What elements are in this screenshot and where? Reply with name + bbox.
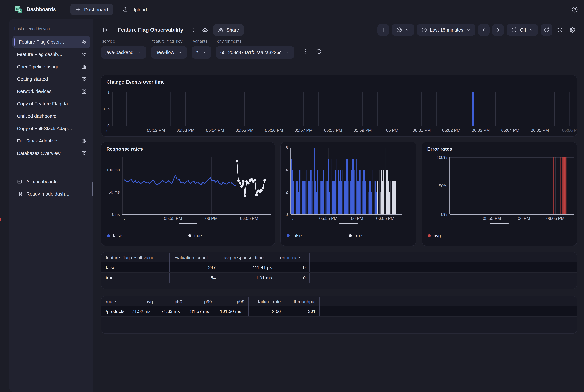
layout-icon	[81, 89, 87, 94]
tab-dashboard[interactable]: Dashboard	[70, 4, 113, 15]
table-header-cell[interactable]: feature_flag.result.value	[101, 254, 170, 262]
filter-value-dropdown[interactable]: new-flow	[151, 46, 187, 58]
time-range-picker[interactable]: Last 15 minutes	[416, 24, 475, 36]
share-button[interactable]: Share	[213, 24, 244, 36]
change-events-chart[interactable]: 00.5105:52 PM05:53 PM05:54 PM05:55 PM05:…	[101, 75, 577, 136]
sidebar-item[interactable]: Full-Stack Adaptive…	[12, 135, 90, 147]
brand[interactable]: Dashboards	[14, 5, 56, 14]
zoom-handle[interactable]	[179, 223, 197, 224]
filter-group: servicejava-backend	[101, 39, 146, 58]
sidebar-scrollbar-thumb[interactable]	[92, 182, 93, 196]
cloud-check-icon	[202, 27, 208, 33]
chevron-right-icon	[495, 27, 501, 33]
legend-label: true	[194, 233, 202, 238]
sidebar-item[interactable]: Ready-made dash…	[9, 188, 93, 200]
filter-group: environments651209c374a1f02aa2a3226c	[216, 39, 294, 58]
evaluation-counts-chart[interactable]: 024605:55 PM06 PM06:05 PM←→	[281, 142, 416, 246]
filter-extra	[300, 46, 324, 56]
svg-text:05:56 PM: 05:56 PM	[265, 128, 283, 133]
edge-notification-marker[interactable]	[0, 218, 1, 221]
sidebar-item[interactable]: Network devices	[12, 85, 90, 98]
table-header-cell[interactable]: route	[101, 297, 128, 306]
table-filler	[310, 254, 577, 262]
variables-dropdown[interactable]	[392, 24, 414, 36]
layout-icon	[81, 138, 87, 144]
filter-group: variants*	[192, 39, 211, 58]
table-header-cell[interactable]: avg_response_time	[220, 254, 276, 262]
add-panel-button[interactable]	[377, 24, 389, 36]
upload-label: Upload	[132, 7, 147, 12]
table-row[interactable]: true541.01 ms0	[101, 272, 577, 283]
filter-value-dropdown[interactable]: java-backend	[101, 46, 146, 58]
svg-text:→: →	[409, 216, 414, 221]
table-row[interactable]: /products71.52 ms71.63 ms81.57 ms101.30 …	[101, 306, 577, 316]
table-header-cell[interactable]: p50	[157, 297, 186, 306]
table-header-cell[interactable]: throughput	[285, 297, 320, 306]
chevron-down-icon	[529, 28, 534, 32]
sidebar-item[interactable]: Copy of Feature Flag da…	[12, 98, 90, 110]
time-forward-button[interactable]	[492, 24, 504, 36]
sidebar-item[interactable]: Getting started	[12, 73, 90, 85]
table-header-cell[interactable]: evaluation_count	[170, 254, 220, 262]
legend-item[interactable]: avg	[428, 233, 441, 238]
table-header-cell[interactable]: p90	[186, 297, 216, 306]
collection-icon	[17, 179, 22, 184]
error-rates-chart[interactable]: 0%50%100%05:55 PM06 PM06:05 PM←→	[422, 142, 577, 246]
plus-icon	[380, 27, 386, 33]
svg-text:05:59 PM: 05:59 PM	[354, 128, 372, 133]
routes-table: routeavgp50p90p99failure_ratethroughput/…	[101, 297, 577, 316]
sidebar-divider	[14, 170, 88, 170]
svg-text:100 ms: 100 ms	[106, 168, 120, 172]
table-cell: 71.63 ms	[157, 306, 186, 316]
legend-item[interactable]: false	[107, 233, 188, 238]
legend-item[interactable]: false	[287, 233, 349, 238]
filter-group: feature_flag_keynew-flow	[151, 39, 187, 58]
table-header-cell[interactable]: failure_rate	[248, 297, 285, 306]
legend-item[interactable]: true	[188, 233, 270, 238]
auto-refresh-picker[interactable]: Off	[506, 24, 538, 36]
filter-value-dropdown[interactable]: 651209c374a1f02aa2a3226c	[216, 46, 294, 58]
help-button[interactable]	[571, 6, 578, 13]
svg-text:06 PM: 06 PM	[518, 216, 530, 221]
time-back-button[interactable]	[478, 24, 490, 36]
response-rates-panel: Response rates 0 ns50 ms100 ms05:55 PM06…	[101, 142, 275, 246]
refresh-button[interactable]	[541, 24, 552, 36]
filters-info-button[interactable]	[314, 46, 324, 56]
table-cell: false	[101, 262, 170, 272]
legend-item[interactable]: true	[349, 233, 411, 238]
legend-dot	[188, 234, 191, 237]
sidebar-item[interactable]: All dashboards	[9, 175, 93, 188]
sidebar-item[interactable]: Copy of Full-Stack Adap…	[12, 122, 90, 135]
sidebar-item[interactable]: Untitled dashboard	[12, 110, 90, 122]
svg-text:05:55 PM: 05:55 PM	[319, 216, 338, 221]
sidebar-item[interactable]: Feature Flag Obser…	[12, 36, 90, 48]
sidebar-item[interactable]: Feature Flag dashb…	[12, 48, 90, 60]
table-cell: 71.52 ms	[128, 306, 157, 316]
dashboard-menu-button[interactable]	[188, 25, 198, 35]
app-body: Last opened by you Feature Flag Obser…Fe…	[0, 19, 584, 392]
settings-button[interactable]	[568, 25, 577, 35]
zoom-handle[interactable]	[490, 223, 508, 224]
clock-icon	[421, 27, 427, 33]
response-rates-chart[interactable]: 0 ns50 ms100 ms05:55 PM06 PM06:05 PM←→	[101, 142, 275, 246]
legend-label: false	[292, 233, 302, 238]
legend-label: avg	[434, 233, 441, 238]
svg-text:100%: 100%	[436, 155, 447, 160]
table-header-cell[interactable]: p99	[216, 297, 248, 306]
filter-value-dropdown[interactable]: *	[192, 46, 211, 58]
upload-button[interactable]: Upload	[122, 6, 147, 12]
collapse-sidebar-button[interactable]	[101, 25, 110, 35]
chart-legend: falsetrue	[287, 233, 411, 238]
sidebar: Last opened by you Feature Flag Obser…Fe…	[9, 19, 93, 392]
table-row[interactable]: false247411.41 µs0	[101, 262, 577, 272]
sidebar-item[interactable]: Databases Overview	[12, 147, 90, 160]
sidebar-item[interactable]: OpenPipeline usage…	[12, 60, 90, 73]
filters-menu-button[interactable]	[300, 46, 310, 56]
panel-left-icon	[103, 27, 109, 33]
sync-status-button[interactable]	[200, 25, 210, 35]
history-button[interactable]	[555, 25, 565, 35]
table-header-cell[interactable]: error_rate	[276, 254, 310, 262]
zoom-handle[interactable]	[339, 223, 358, 224]
svg-text:→: →	[570, 216, 574, 221]
table-header-cell[interactable]: avg	[128, 297, 157, 306]
